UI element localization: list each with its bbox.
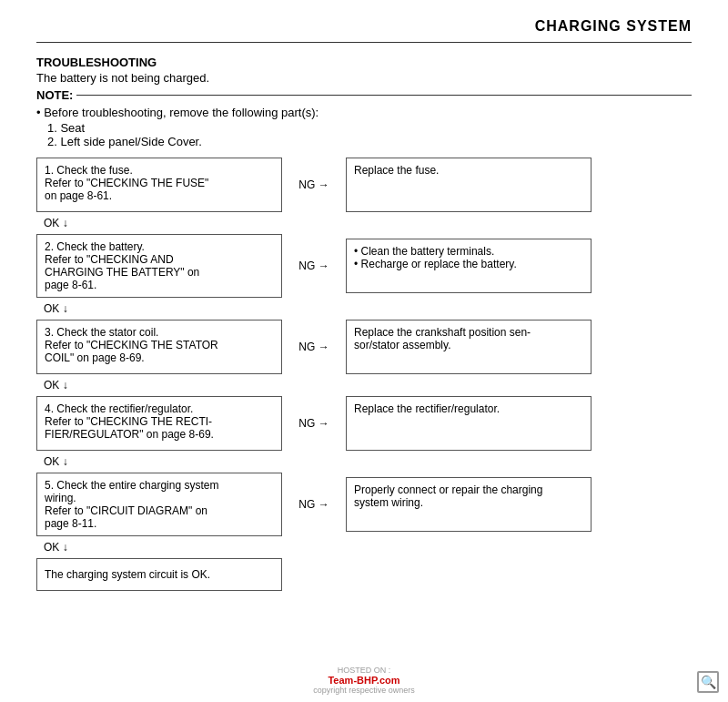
flow-row-5: 5. Check the entire charging system wiri… — [36, 473, 692, 536]
final-box: The charging system circuit is OK. — [36, 558, 282, 591]
flow-row-3: 3. Check the stator coil. Refer to "CHEC… — [36, 320, 692, 374]
check-box-3: 3. Check the stator coil. Refer to "CHEC… — [36, 320, 282, 374]
result-box-3: Replace the crankshaft position sen- sor… — [346, 320, 592, 374]
prereq-item-1: 1. Seat — [47, 121, 692, 135]
flow-row-4: 4. Check the rectifier/regulator. Refer … — [36, 396, 692, 451]
prereq-list: 1. Seat 2. Left side panel/Side Cover. — [47, 121, 692, 148]
ng-arrow-1: NG → — [282, 178, 346, 191]
flow-container: 1. Check the fuse. Refer to "CHECKING TH… — [36, 158, 692, 591]
ok-label-4: OK ↓ — [36, 455, 282, 468]
ok-label-5: OK ↓ — [36, 541, 282, 554]
ok-row-3: OK ↓ — [36, 374, 692, 396]
ok-label-3: OK ↓ — [36, 379, 282, 392]
prereq-intro: • Before troubleshooting, remove the fol… — [36, 106, 692, 119]
page-title: CHARGING SYSTEM — [36, 18, 692, 35]
result-box-4: Replace the rectifier/regulator. — [346, 396, 592, 451]
check-box-4: 4. Check the rectifier/regulator. Refer … — [36, 396, 282, 451]
section-title: TROUBLESHOOTING — [36, 56, 692, 69]
ng-arrow-5: NG → — [282, 498, 346, 511]
intro-text: The battery is not being charged. — [36, 71, 692, 85]
ok-label-2: OK ↓ — [36, 302, 282, 315]
hosted-label: HOSTED ON : — [338, 666, 391, 675]
result-box-1: Replace the fuse. — [346, 158, 592, 212]
prereq-item-2: 2. Left side panel/Side Cover. — [47, 135, 692, 148]
note-underline — [76, 95, 692, 96]
ok-row-5: OK ↓ — [36, 536, 692, 558]
note-line: NOTE: — [36, 88, 692, 102]
result-box-2: • Clean the battery terminals. • Recharg… — [346, 239, 592, 293]
magnifier-icon[interactable]: 🔍 — [697, 671, 719, 693]
flow-row-1: 1. Check the fuse. Refer to "CHECKING TH… — [36, 158, 692, 212]
check-box-1: 1. Check the fuse. Refer to "CHECKING TH… — [36, 158, 282, 212]
note-label: NOTE: — [36, 88, 73, 102]
flow-row-2: 2. Check the battery. Refer to "CHECKING… — [36, 234, 692, 298]
final-row: The charging system circuit is OK. — [36, 558, 692, 591]
ng-arrow-2: NG → — [282, 259, 346, 272]
copyright: copyright respective owners — [313, 686, 415, 695]
page: CHARGING SYSTEM TROUBLESHOOTING The batt… — [0, 0, 728, 702]
watermark: HOSTED ON : Team-BHP.com copyright respe… — [0, 666, 728, 695]
ok-row-1: OK ↓ — [36, 212, 692, 234]
ng-arrow-3: NG → — [282, 341, 346, 353]
result-box-5: Properly connect or repair the charging … — [346, 477, 592, 532]
ok-label-1: OK ↓ — [36, 217, 282, 229]
ok-row-4: OK ↓ — [36, 451, 692, 473]
ng-arrow-4: NG → — [282, 417, 346, 430]
ok-row-2: OK ↓ — [36, 298, 692, 320]
logo: Team-BHP.com — [328, 675, 399, 686]
title-divider — [36, 42, 692, 43]
check-box-2: 2. Check the battery. Refer to "CHECKING… — [36, 234, 282, 298]
check-box-5: 5. Check the entire charging system wiri… — [36, 473, 282, 536]
